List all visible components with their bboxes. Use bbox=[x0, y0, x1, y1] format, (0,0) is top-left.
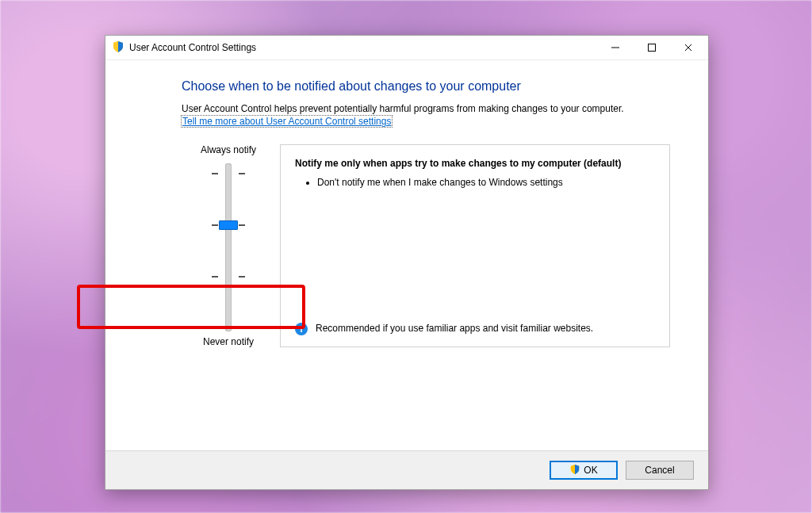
dialog-footer: OK Cancel bbox=[105, 450, 708, 489]
recommendation-row: i Recommended if you use familiar apps a… bbox=[295, 323, 655, 335]
slider-thumb[interactable] bbox=[219, 220, 238, 230]
shield-icon bbox=[112, 40, 124, 56]
close-button[interactable] bbox=[670, 36, 707, 59]
minimize-icon bbox=[611, 44, 619, 52]
window-controls bbox=[597, 36, 707, 59]
uac-settings-window: User Account Control Settings Choose whe… bbox=[105, 35, 709, 490]
intro-text: User Account Control helps prevent poten… bbox=[182, 103, 670, 114]
info-icon: i bbox=[295, 323, 308, 335]
page-heading: Choose when to be notified about changes… bbox=[182, 79, 670, 94]
recommendation-text: Recommended if you use familiar apps and… bbox=[316, 323, 593, 334]
cancel-button[interactable]: Cancel bbox=[626, 461, 694, 480]
slider-top-label: Always notify bbox=[182, 144, 275, 155]
shield-icon bbox=[569, 464, 580, 477]
window-body: Choose when to be notified about changes… bbox=[105, 60, 708, 450]
close-icon bbox=[684, 44, 692, 52]
svg-rect-1 bbox=[649, 44, 656, 52]
cancel-button-label: Cancel bbox=[645, 465, 674, 476]
maximize-icon bbox=[648, 44, 656, 52]
svg-rect-0 bbox=[611, 48, 619, 48]
description-panel: Notify me only when apps try to make cha… bbox=[280, 144, 670, 347]
slider-track bbox=[225, 163, 232, 331]
slider-bottom-label: Never notify bbox=[182, 336, 275, 347]
description-list: Don't notify me when I make changes to W… bbox=[295, 177, 655, 191]
description-title: Notify me only when apps try to make cha… bbox=[295, 158, 655, 169]
slider-column: Always notify Never notify bbox=[182, 144, 275, 347]
description-bullet: Don't notify me when I make changes to W… bbox=[317, 177, 655, 188]
main-row: Always notify Never notify Notify me onl… bbox=[182, 144, 670, 347]
maximize-button[interactable] bbox=[634, 36, 670, 59]
notification-slider[interactable] bbox=[201, 163, 256, 330]
ok-button-label: OK bbox=[584, 465, 597, 476]
window-title: User Account Control Settings bbox=[129, 42, 256, 53]
minimize-button[interactable] bbox=[597, 36, 634, 59]
titlebar[interactable]: User Account Control Settings bbox=[105, 36, 708, 60]
help-link[interactable]: Tell me more about User Account Control … bbox=[182, 116, 392, 127]
ok-button[interactable]: OK bbox=[550, 461, 618, 480]
